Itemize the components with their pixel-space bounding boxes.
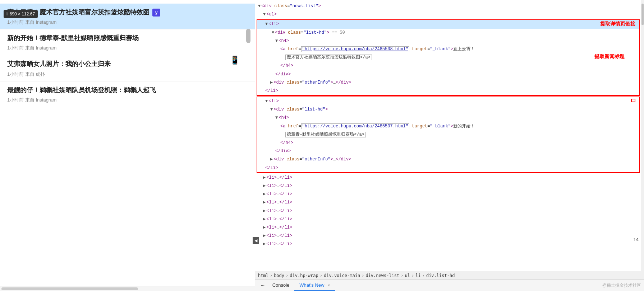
list-item[interactable]: 最靓的仔！鹈鹕社媒晒队员机场登机照：鹈鹕人起飞 1小时前 来自 Instagra… xyxy=(0,81,255,107)
tree-line[interactable]: ▶<li>…</li> xyxy=(255,224,641,232)
section2-box: ▼<li> ▼<div class="list-hd"> ▼<h4> <a hr… xyxy=(257,97,640,173)
news-meta: 1小时前 来自 Instagram xyxy=(7,45,248,51)
tree-line[interactable]: ▼<h4> xyxy=(257,37,639,45)
browser-scrollbar[interactable] xyxy=(0,286,255,291)
page-number: 14 xyxy=(634,237,639,242)
tree-line[interactable]: ▶<li>…</li> xyxy=(255,198,641,207)
element-tooltip: li 690 × 112.67 xyxy=(4,10,38,18)
tree-line[interactable]: ▶<li>…</li> xyxy=(255,174,641,182)
tree-line[interactable]: ▶<li>…</li> xyxy=(255,182,641,190)
tree-line[interactable]: </h4> xyxy=(257,139,639,147)
tab-console[interactable]: Console xyxy=(267,280,295,291)
news-title: 新的开始！德章泰-默里社媒晒照感慨重归赛场 xyxy=(7,34,248,43)
tree-line[interactable]: ▼<div class="list-hd"> == $0 xyxy=(257,29,639,37)
list-item[interactable]: 艾弗森晒女儿照片：我的小公主归来 1小时前 来自 虎扑 xyxy=(0,55,255,81)
list-item[interactable]: 直上云霄！魔术官方社媒晒富尔茨扣篮炫酷特效图 y 1小时前 来自 Instagr… xyxy=(0,4,255,29)
scrollbar-thumb xyxy=(1,287,138,290)
tree-line[interactable]: ▼<ul> xyxy=(255,10,641,19)
news-title: 直上云霄！魔术官方社媒晒富尔茨扣篮炫酷特效图 y xyxy=(7,8,248,17)
tree-line[interactable]: ▶<li>…</li> xyxy=(255,190,641,198)
tree-line[interactable]: ▶<li>…</li> xyxy=(255,207,641,215)
breadcrumb-ul[interactable]: ul xyxy=(405,273,410,278)
phone-icon: 📱 xyxy=(230,56,240,65)
tree-line[interactable]: ▶<div class="otherInfo">…</div> xyxy=(257,79,639,87)
news-meta: 1小时前 来自 虎扑 xyxy=(7,71,248,78)
devtools-tabs: ⋯ Console What's New × @稀土掘金技术社区 xyxy=(255,280,644,291)
tree-line[interactable]: </li> xyxy=(257,87,639,95)
y-logo: y xyxy=(152,9,160,17)
breadcrumb-div-news-list[interactable]: div.news-list xyxy=(365,273,399,278)
three-dots-menu[interactable]: ⋯ xyxy=(258,282,267,289)
tree-line[interactable]: ▼<li> xyxy=(257,97,639,105)
annotation-url: 提取详情页链接 xyxy=(600,21,635,27)
breadcrumb-body[interactable]: body xyxy=(274,273,284,278)
devtools-panel: ▼<div class="news-list"> ▼<ul> 提取详情页链接 ▼… xyxy=(255,0,644,291)
title-highlight-row: 魔术官方社媒晒富尔茨扣篮炫酷特效图</a> 提取新闻标题 xyxy=(257,53,639,62)
devtools-tree: ▼<div class="news-list"> ▼<ul> 提取详情页链接 ▼… xyxy=(255,0,641,271)
tab-whats-new[interactable]: What's New × xyxy=(294,280,335,291)
tree-line[interactable]: 魔术官方社媒晒富尔茨扣篮炫酷特效图</a> xyxy=(257,53,639,62)
tree-line[interactable]: </div> xyxy=(257,70,639,79)
list-item[interactable]: 新的开始！德章泰-默里社媒晒照感慨重归赛场 1小时前 来自 Instagram xyxy=(0,29,255,55)
tree-line[interactable]: ▶<li>…</li> xyxy=(255,215,641,224)
scrollbar-thumb xyxy=(641,4,644,25)
watermark: @稀土掘金技术社区 xyxy=(602,282,641,288)
breadcrumb-li[interactable]: li xyxy=(415,273,420,278)
tree-line[interactable]: <a href="https://voice.hupu.com/nba/2485… xyxy=(257,45,639,53)
breadcrumb-bar: html › body › div.hp-wrap › div.voice-ma… xyxy=(255,271,644,280)
tree-line[interactable]: </div> xyxy=(257,147,639,155)
news-title: 艾弗森晒女儿照片：我的小公主归来 xyxy=(7,60,248,69)
news-list: 直上云霄！魔术官方社媒晒富尔茨扣篮炫酷特效图 y 1小时前 来自 Instagr… xyxy=(0,0,255,286)
tab-whats-new-label: What's New xyxy=(299,282,324,288)
tree-line[interactable]: 德章泰-默里社媒晒照感慨重归赛场</a> xyxy=(257,131,639,139)
tab-close-icon[interactable]: × xyxy=(328,283,330,287)
breadcrumb-div-list-hd[interactable]: div.list-hd xyxy=(426,273,455,278)
tree-line[interactable]: </h4> xyxy=(257,62,639,70)
news-meta: 1小时前 来自 Instagram xyxy=(7,19,248,25)
tree-line[interactable]: <a href="https://voice.hupu.com/nba/2485… xyxy=(257,122,639,131)
annotation-title: 提取新闻标题 xyxy=(594,53,625,60)
breadcrumb-div-voice-main[interactable]: div.voice-main xyxy=(324,273,360,278)
tree-line[interactable]: ▼<div class="list-hd"> xyxy=(257,105,639,114)
news-title: 最靓的仔！鹈鹕社媒晒队员机场登机照：鹈鹕人起飞 xyxy=(7,86,248,95)
news-meta: 1小时前 来自 Instagram xyxy=(7,97,248,103)
breadcrumb-html[interactable]: html xyxy=(258,273,268,278)
tree-line[interactable]: ▼<li> xyxy=(257,20,639,28)
tab-console-label: Console xyxy=(272,282,290,288)
breadcrumb-div-hp-wrap[interactable]: div.hp-wrap xyxy=(290,273,318,278)
panel-toggle[interactable]: ◀ xyxy=(253,237,259,244)
tree-line[interactable]: ▶<div class="otherInfo">…</div> xyxy=(257,155,639,164)
devtools-scrollbar[interactable] xyxy=(641,0,644,271)
scroll-handle[interactable] xyxy=(246,29,250,43)
tree-line[interactable]: ▼<h4> xyxy=(257,114,639,122)
browser-panel: li 690 × 112.67 直上云霄！魔术官方社媒晒富尔茨扣篮炫酷特效图 y… xyxy=(0,0,255,291)
red-rect-icon xyxy=(631,99,635,102)
tree-line[interactable]: ▶<li>…</li> xyxy=(255,232,641,240)
section1-box: 提取详情页链接 ▼<li> ▼<div class="list-hd"> == … xyxy=(257,19,640,96)
tree-line[interactable]: ▶<li>…</li> xyxy=(255,240,641,248)
tree-line[interactable]: </li> xyxy=(257,164,639,172)
tree-line[interactable]: ▼<div class="news-list"> xyxy=(255,2,641,10)
